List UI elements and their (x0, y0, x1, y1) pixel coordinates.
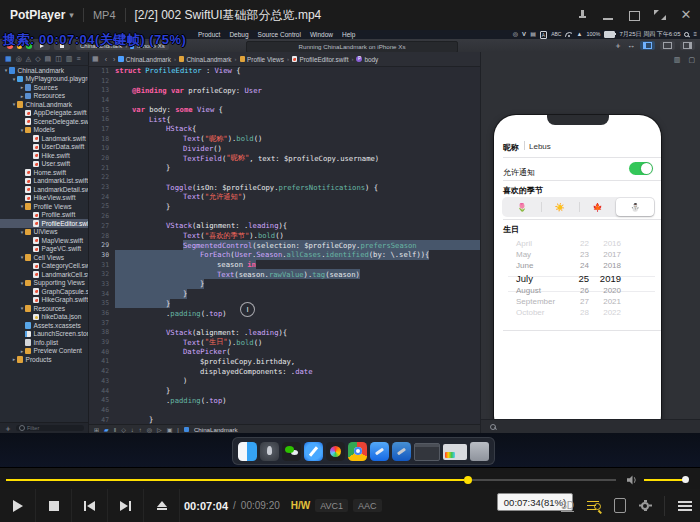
breadcrumb-item[interactable]: Pbody (356, 56, 378, 63)
season-segment-2[interactable]: 🍁 (579, 198, 617, 216)
code-line-34[interactable]: 34} (89, 289, 480, 299)
code-line-22[interactable]: 22 (89, 173, 480, 183)
sidebar-item-graphcapsule-swift[interactable]: GraphCapsule.swift (0, 287, 88, 296)
code-line-19[interactable]: 19Divider() (89, 144, 480, 154)
window-1-dock-icon[interactable] (414, 443, 440, 461)
code-line-11[interactable]: 11struct ProfileEditor : View { (89, 66, 480, 76)
chrome-dock-icon[interactable] (348, 442, 367, 461)
sidebar-item-sources[interactable]: ▸Sources (0, 83, 88, 92)
sidebar-item-products[interactable]: ▸Products (0, 355, 88, 364)
launchpad-dock-icon[interactable] (260, 442, 279, 461)
code-line-37[interactable]: 37 (89, 318, 480, 328)
code-line-38[interactable]: 38VStack(alignment: .leading){ (89, 328, 480, 338)
jump-bar[interactable]: ▦ ‹ › ChinaLandmark›ChinaLandmark›Profil… (89, 52, 480, 67)
sidebar-item-hike-swift[interactable]: Hike.swift (0, 151, 88, 160)
code-line-36[interactable]: 36.padding(.top) (89, 308, 480, 318)
sidebar-item-scenedelegate-swift[interactable]: SceneDelegate.swift (0, 117, 88, 126)
seekbar-remaining[interactable] (468, 479, 616, 481)
sidebar-item-profile-views[interactable]: ▾Profile Views (0, 202, 88, 211)
code-line-13[interactable]: 13@Binding var profileCopy: User (89, 85, 480, 95)
search-navigator-icon[interactable]: ◎ (16, 52, 22, 65)
sidebar-item-hikedata-json[interactable]: hikeData.json (0, 313, 88, 322)
step-into-icon[interactable]: ↑ (139, 427, 142, 433)
navigator-toggle-button[interactable] (640, 41, 655, 50)
play-button[interactable] (0, 489, 36, 522)
test-navigator-icon[interactable]: ◇ (35, 52, 40, 65)
sidebar-item-profileeditor-swift[interactable]: ProfileEditor.swift (0, 219, 88, 228)
sidebar-item-userdata-swift[interactable]: UserData.swift (0, 143, 88, 152)
sidebar-item-landmarkcell-swift[interactable]: LandmarkCell.swift (0, 270, 88, 279)
sidebar-item-hikeview-swift[interactable]: HikeView.swift (0, 194, 88, 203)
debug-navigator-icon[interactable]: ▤ (45, 52, 52, 65)
close-button[interactable]: ✕ (680, 9, 692, 21)
birthday-date-picker[interactable]: April222016May232017June242018July252019… (494, 238, 661, 318)
stop-button[interactable] (36, 489, 72, 522)
sidebar-item-resources[interactable]: ▾Resources (0, 304, 88, 313)
code-line-35[interactable]: 35} (89, 299, 480, 309)
code-line-24[interactable]: 24Text("允许通知") (89, 192, 480, 202)
swap-editor-icon[interactable]: ↔ (627, 41, 635, 50)
wechat-dock-icon[interactable] (282, 442, 301, 461)
code-line-12[interactable]: 12 (89, 76, 480, 86)
xcode-dock-icon[interactable] (370, 442, 389, 461)
menu-item[interactable]: Help (342, 31, 355, 38)
playlist-search-icon[interactable] (587, 500, 601, 512)
code-line-16[interactable]: 16List{ (89, 114, 480, 124)
sidebar-item-hikegraph-swift[interactable]: HikeGraph.swift (0, 296, 88, 305)
menu-item[interactable]: Source Control (258, 31, 301, 38)
step-over-icon[interactable]: ↓ (131, 427, 134, 433)
code-line-27[interactable]: 27VStack(alignment: .leading){ (89, 221, 480, 231)
menu-item[interactable]: Debug (229, 31, 248, 38)
code-line-20[interactable]: 20TextField("昵称", text: $profileCopy.use… (89, 153, 480, 163)
code-line-31[interactable]: 31season in (89, 260, 480, 270)
breadcrumb-item[interactable]: ProfileEditor.swift (292, 56, 349, 63)
code-line-14[interactable]: 14 (89, 95, 480, 105)
volume-slider[interactable] (644, 479, 686, 481)
project-navigator-icon[interactable]: ▦ (5, 52, 12, 65)
add-editor-icon[interactable]: ＋ (614, 41, 622, 50)
sidebar-item-cell-views[interactable]: ▾Cell Views (0, 253, 88, 262)
report-navigator-icon[interactable]: ▥ (66, 52, 73, 65)
breadcrumb-item[interactable]: Profile Views (240, 56, 284, 63)
season-segment-0[interactable]: 🌷 (503, 198, 541, 216)
breadcrumb-item[interactable]: ChinaLandmark (179, 56, 232, 63)
sidebar-item-chinalandmark[interactable]: ▾ChinaLandmark (0, 66, 88, 75)
picker-row[interactable]: May232017 (494, 249, 661, 260)
previous-button[interactable] (72, 489, 108, 522)
trash-dock-icon[interactable] (470, 442, 489, 461)
code-line-40[interactable]: 40DatePicker( (89, 347, 480, 357)
extension-navigator-icon[interactable]: ≡ (76, 52, 80, 65)
breakpoints-icon[interactable]: ◇ (121, 426, 126, 433)
code-line-28[interactable]: 28Text("喜欢的季节").bold() (89, 231, 480, 241)
pin-window-icon[interactable] (576, 9, 588, 21)
code-line-43[interactable]: 43) (89, 376, 480, 386)
picker-row[interactable]: October282022 (494, 307, 661, 318)
sidebar-item-appdelegate-swift[interactable]: AppDelegate.swift (0, 109, 88, 118)
picker-row[interactable]: April222016 (494, 238, 661, 249)
breakpoint-navigator-icon[interactable]: ◫ (55, 52, 62, 65)
add-file-button[interactable]: ＋ (4, 423, 12, 434)
volume-handle[interactable] (682, 476, 689, 483)
sidebar-item-landmark-swift[interactable]: Landmark.swift (0, 134, 88, 143)
code-line-23[interactable]: 23Toggle(isOn: $profileCopy.prefersNotif… (89, 182, 480, 192)
sidebar-item-launchscreen-storyboard[interactable]: LaunchScreen.storyboard (0, 330, 88, 339)
seekbar-played[interactable] (6, 479, 464, 481)
app-menu-button[interactable]: PotPlayer ▾ (10, 8, 74, 22)
sidebar-item-chinalandmark[interactable]: ▾ChinaLandmark (0, 100, 88, 109)
code-line-42[interactable]: 42displayedComponents: .date (89, 366, 480, 376)
back-icon[interactable]: ‹ (105, 56, 107, 63)
code-line-21[interactable]: 21} (89, 163, 480, 173)
finder-dock-icon[interactable] (238, 442, 257, 461)
minimize-button[interactable] (602, 9, 614, 21)
sidebar-item-info-plist[interactable]: Info.plist (0, 338, 88, 347)
view-debugger-icon[interactable]: ▣ (167, 426, 173, 433)
fullscreen-button[interactable] (654, 9, 666, 21)
hw-decoding-badge[interactable]: H/W (291, 500, 310, 511)
settings-gear-icon[interactable] (639, 500, 651, 512)
sidebar-item-myplayground-playground[interactable]: ▾MyPlayground.playground (0, 75, 88, 84)
finalcut-dock-icon[interactable] (326, 442, 345, 461)
window-2-dock-icon[interactable] (443, 444, 467, 460)
code-line-30[interactable]: 30ForEach(User.Season.allCases.identifie… (89, 250, 480, 260)
filter-field[interactable]: Filter (16, 425, 84, 432)
season-segment-3[interactable]: ⛄ (616, 198, 654, 216)
